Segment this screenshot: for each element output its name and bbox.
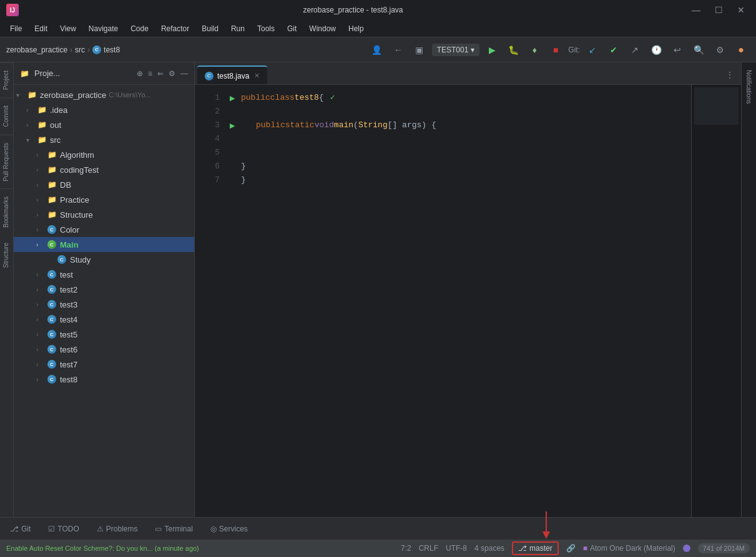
vcs-icon-btn[interactable]: 👤 xyxy=(368,41,386,59)
tree-item-test[interactable]: › C test xyxy=(14,267,194,282)
menu-item-view[interactable]: View xyxy=(55,22,81,35)
menu-item-git[interactable]: Git xyxy=(282,22,302,35)
project-panel-header: 📁 Proje... ⊕ ≡ ⇐ ⚙ — xyxy=(14,62,194,85)
services-tab-label: Services xyxy=(219,525,248,533)
menu-item-window[interactable]: Window xyxy=(304,22,341,35)
tree-item-color[interactable]: › C Color xyxy=(14,222,194,237)
tree-item-root[interactable]: ▾ 📁 zerobase_practice C:\Users\Yo... xyxy=(14,87,194,102)
proj-list-icon[interactable]: ≡ xyxy=(148,69,152,78)
code-editor[interactable]: 1 2 3 4 5 6 7 ▶ ▶ public class xyxy=(195,85,741,517)
run-config-selector[interactable]: TEST001 ▾ xyxy=(432,44,480,56)
project-panel: 📁 Proje... ⊕ ≡ ⇐ ⚙ — ▾ 📁 zerobase_practi… xyxy=(14,62,195,517)
sidebar-pullrequests-label[interactable]: Pull Requests xyxy=(0,135,13,189)
code-line-4 xyxy=(241,132,685,146)
problems-tab-icon: ⚠ xyxy=(97,525,104,533)
settings-btn[interactable]: ⚙ xyxy=(711,41,729,59)
tab-more-icon[interactable]: ⋮ xyxy=(726,70,734,79)
stop-btn[interactable]: ■ xyxy=(547,41,564,59)
menu-item-file[interactable]: File xyxy=(5,22,27,35)
code-content[interactable]: public class test8 { ✓ public static voi… xyxy=(238,85,691,517)
tree-item-test7[interactable]: › C test7 xyxy=(14,357,194,372)
minimize-button[interactable]: — xyxy=(687,1,705,19)
sidebar-project-label[interactable]: Project xyxy=(0,62,13,97)
tree-item-test2[interactable]: › C test2 xyxy=(14,282,194,297)
problems-tab-label: Problems xyxy=(106,525,138,533)
undo-btn[interactable]: ↩ xyxy=(669,41,686,59)
breadcrumb-file[interactable]: test8 xyxy=(104,46,120,54)
tree-item-test6[interactable]: › C test6 xyxy=(14,342,194,357)
bottom-tab-services[interactable]: ◎ Services xyxy=(207,522,252,536)
status-message[interactable]: Enable Auto Reset Color Scheme?: Do you … xyxy=(6,545,199,552)
nav-actions: 👤 ← ▣ TEST001 ▾ ▶ 🐛 ♦ ■ Git: ↙ ✔ ↗ 🕐 ↩ 🔍… xyxy=(368,41,750,59)
menu-item-build[interactable]: Build xyxy=(197,22,223,35)
menu-item-run[interactable]: Run xyxy=(226,22,250,35)
maximize-button[interactable]: ☐ xyxy=(710,1,727,19)
status-vcs-icon[interactable]: 🔗 xyxy=(566,544,576,553)
status-indent[interactable]: 4 spaces xyxy=(474,544,504,553)
status-theme-icon[interactable]: ■ Atom One Dark (Material) xyxy=(583,544,675,553)
menu-item-edit[interactable]: Edit xyxy=(29,22,52,35)
tree-item-practice[interactable]: › 📁 Practice xyxy=(14,192,194,207)
sidebar-commit-label[interactable]: Commit xyxy=(0,97,13,134)
tree-item-test3[interactable]: › C test3 xyxy=(14,297,194,312)
back-btn[interactable]: ← xyxy=(390,41,407,59)
bottom-tab-todo[interactable]: ☑ TODO xyxy=(44,522,82,536)
run-gutters: ▶ ▶ xyxy=(226,85,238,517)
menu-item-refactor[interactable]: Refactor xyxy=(156,22,194,35)
status-line-ending[interactable]: CRLF xyxy=(419,544,438,553)
git-history-btn[interactable]: 🕐 xyxy=(647,41,665,59)
breadcrumb: zerobase_practice › src › C test8 xyxy=(6,46,120,54)
tree-item-out[interactable]: › 📁 out xyxy=(14,117,194,132)
color-java-icon: C xyxy=(47,225,56,234)
window-controls[interactable]: — ☐ ✕ xyxy=(687,1,750,19)
sidebar-bookmarks-label[interactable]: Bookmarks xyxy=(0,188,13,235)
memory-indicator[interactable]: 741 of 2014M xyxy=(698,543,750,553)
tree-item-algorithm[interactable]: › 📁 Algorithm xyxy=(14,147,194,162)
tree-item-test8[interactable]: › C test8 xyxy=(14,372,194,387)
tree-item-idea[interactable]: › 📁 .idea xyxy=(14,102,194,117)
bottom-tab-problems[interactable]: ⚠ Problems xyxy=(93,522,142,536)
coverage-btn[interactable]: ♦ xyxy=(526,41,543,59)
tree-item-structure[interactable]: › 📁 Structure xyxy=(14,207,194,222)
tree-item-study[interactable]: C Study xyxy=(14,252,194,267)
notifications-btn[interactable]: ● xyxy=(732,41,750,59)
git-commit-btn[interactable]: ✔ xyxy=(605,41,622,59)
close-button[interactable]: ✕ xyxy=(732,1,750,19)
menu-item-tools[interactable]: Tools xyxy=(252,22,280,35)
sidebar-structure-label[interactable]: Structure xyxy=(0,235,13,276)
root-label: zerobase_practice xyxy=(40,90,106,100)
run-button[interactable]: ▶ xyxy=(483,41,501,59)
proj-settings-icon[interactable]: ⚙ xyxy=(169,69,175,78)
git-branch-badge[interactable]: ⎇ master xyxy=(512,541,559,555)
menu-item-navigate[interactable]: Navigate xyxy=(84,22,123,35)
git-update-btn[interactable]: ↙ xyxy=(584,41,601,59)
notifications-label[interactable]: Notifications xyxy=(744,67,754,106)
tree-item-src[interactable]: ▾ 📁 src xyxy=(14,132,194,147)
status-encoding[interactable]: UTF-8 xyxy=(446,544,467,553)
breadcrumb-root[interactable]: zerobase_practice xyxy=(6,46,67,54)
proj-close-icon[interactable]: — xyxy=(180,69,188,78)
tree-item-db[interactable]: › 📁 DB xyxy=(14,177,194,192)
tree-item-test4[interactable]: › C test4 xyxy=(14,312,194,327)
run-arrow-1[interactable]: ▶ xyxy=(230,94,235,102)
line-numbers: 1 2 3 4 5 6 7 xyxy=(195,85,226,517)
test5-java-icon: C xyxy=(47,330,56,339)
run-arrow-3[interactable]: ▶ xyxy=(230,122,235,130)
git-push-btn[interactable]: ↗ xyxy=(626,41,644,59)
status-position[interactable]: 7:2 xyxy=(401,544,411,553)
menu-item-help[interactable]: Help xyxy=(343,22,369,35)
menu-item-code[interactable]: Code xyxy=(125,22,154,35)
bottom-tab-terminal[interactable]: ▭ Terminal xyxy=(151,522,196,536)
proj-add-icon[interactable]: ⊕ xyxy=(137,69,143,78)
proj-collapse-icon[interactable]: ⇐ xyxy=(157,69,164,78)
tree-item-test5[interactable]: › C test5 xyxy=(14,327,194,342)
debug-btn[interactable]: 🐛 xyxy=(504,41,522,59)
tab-test8[interactable]: C test8.java ✕ xyxy=(197,65,267,84)
breadcrumb-src[interactable]: src xyxy=(75,46,85,54)
tab-close-icon[interactable]: ✕ xyxy=(254,72,260,80)
search-btn[interactable]: 🔍 xyxy=(690,41,707,59)
bottom-tab-git[interactable]: ⎇ Git xyxy=(6,522,34,536)
tree-item-codingtest[interactable]: › 📁 codingTest xyxy=(14,162,194,177)
layout-btn[interactable]: ▣ xyxy=(411,41,428,59)
tree-item-main[interactable]: › C Main xyxy=(14,237,194,252)
